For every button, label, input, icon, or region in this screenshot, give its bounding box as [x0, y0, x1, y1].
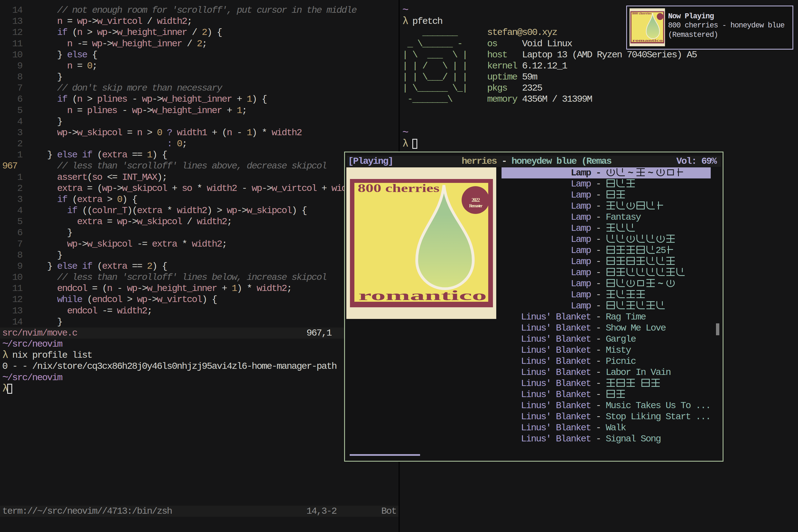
- svg-text:Remaster: Remaster: [469, 203, 483, 208]
- svg-text:romantico: romantico: [359, 288, 487, 303]
- svg-text:romantico: romantico: [632, 39, 663, 42]
- svg-text:2022: 2022: [472, 197, 480, 203]
- svg-text:800 cherries: 800 cherries: [632, 12, 652, 15]
- svg-text:800 cherries: 800 cherries: [358, 182, 439, 194]
